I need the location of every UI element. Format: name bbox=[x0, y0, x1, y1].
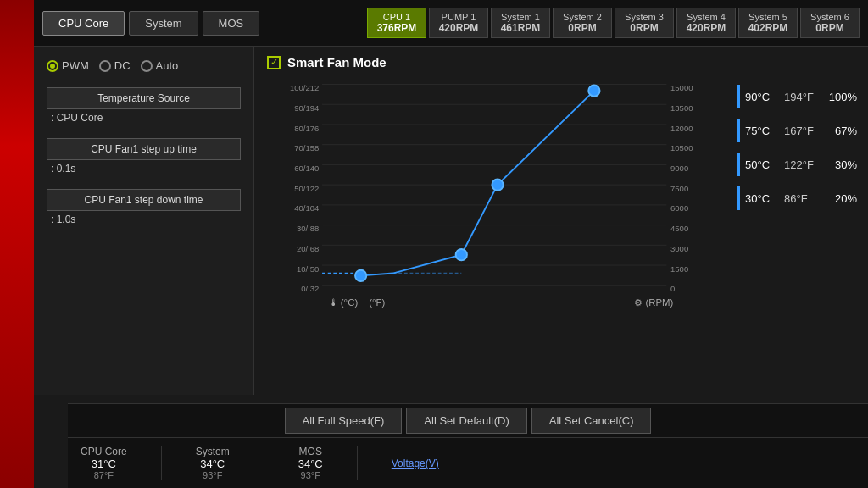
svg-text:10500: 10500 bbox=[670, 143, 693, 152]
content-area: PWM DC Auto Temperature Source : CPU Cor… bbox=[34, 47, 868, 395]
pwm-radio[interactable]: PWM bbox=[47, 59, 89, 72]
svg-text:(°F): (°F) bbox=[369, 297, 385, 308]
auto-radio[interactable]: Auto bbox=[141, 59, 179, 72]
svg-text:4500: 4500 bbox=[670, 224, 688, 233]
svg-text:6000: 6000 bbox=[670, 203, 688, 213]
svg-text:90/194: 90/194 bbox=[294, 103, 319, 113]
top-nav: CPU Core System MOS CPU 1 376RPM PUMP 1 … bbox=[34, 0, 868, 47]
step-down-group: CPU Fan1 step down time : 1.0s bbox=[47, 189, 241, 228]
status-mos: MOS 34°C 93°F bbox=[298, 446, 323, 480]
chart-point-2[interactable] bbox=[456, 249, 467, 260]
svg-text:0: 0 bbox=[670, 284, 675, 293]
chart-point-4[interactable] bbox=[588, 85, 599, 96]
svg-text:10/ 50: 10/ 50 bbox=[297, 264, 319, 274]
tab-system[interactable]: System bbox=[129, 11, 198, 36]
temp-source-value: : CPU Core bbox=[47, 109, 241, 126]
tab-cpu-core[interactable]: CPU Core bbox=[42, 11, 125, 36]
left-panel: PWM DC Auto Temperature Source : CPU Cor… bbox=[34, 47, 254, 395]
right-panel: ✓ Smart Fan Mode 100/212 90/194 80/176 7… bbox=[254, 47, 868, 395]
status-cpu-core: CPU Core 31°C 87°F bbox=[81, 446, 127, 480]
status-bar: CPU Core 31°C 87°F System 34°C 93°F MOS … bbox=[68, 437, 868, 488]
legend-bar-3 bbox=[737, 186, 740, 210]
svg-text:80/176: 80/176 bbox=[294, 124, 319, 133]
divider-2 bbox=[264, 446, 264, 480]
divider-1 bbox=[161, 446, 162, 480]
svg-text:50/122: 50/122 bbox=[294, 184, 319, 193]
smart-fan-title: Smart Fan Mode bbox=[287, 55, 387, 69]
divider-3 bbox=[357, 446, 358, 480]
voltage-link[interactable]: Voltage(V) bbox=[392, 458, 439, 469]
chart-legend: 90°C 194°F 100% 75°C 167°F 67% 50°C 122°… bbox=[737, 76, 855, 313]
svg-text:9000: 9000 bbox=[670, 164, 688, 173]
status-system: System 34°C 93°F bbox=[196, 446, 230, 480]
fan-system4[interactable]: System 4 420RPM bbox=[676, 8, 736, 38]
chart-point-3[interactable] bbox=[492, 179, 503, 190]
all-set-default-button[interactable]: All Set Default(D) bbox=[406, 408, 526, 434]
svg-text:15000: 15000 bbox=[670, 83, 693, 92]
legend-row-1: 75°C 167°F 67% bbox=[737, 119, 855, 142]
legend-bar-2 bbox=[737, 152, 740, 176]
svg-text:13500: 13500 bbox=[670, 103, 693, 113]
svg-text:🌡 (°C): 🌡 (°C) bbox=[329, 297, 359, 308]
smart-fan-checkbox[interactable]: ✓ bbox=[267, 56, 281, 69]
fan-system5[interactable]: System 5 402RPM bbox=[738, 8, 798, 38]
all-set-cancel-button[interactable]: All Set Cancel(C) bbox=[531, 408, 652, 434]
step-down-button[interactable]: CPU Fan1 step down time bbox=[47, 189, 241, 211]
svg-text:12000: 12000 bbox=[670, 124, 693, 133]
mode-row: PWM DC Auto bbox=[47, 59, 241, 72]
chart-area: 100/212 90/194 80/176 70/158 60/140 50/1… bbox=[267, 76, 728, 313]
step-up-button[interactable]: CPU Fan1 step up time bbox=[47, 138, 241, 160]
dc-radio[interactable]: DC bbox=[99, 59, 131, 72]
step-down-value: : 1.0s bbox=[47, 211, 241, 228]
svg-text:0/ 32: 0/ 32 bbox=[301, 284, 319, 293]
fan-system2[interactable]: System 2 0RPM bbox=[553, 8, 612, 38]
legend-row-3: 30°C 86°F 20% bbox=[737, 186, 855, 210]
fan-pump1[interactable]: PUMP 1 420RPM bbox=[429, 8, 488, 38]
step-up-group: CPU Fan1 step up time : 0.1s bbox=[47, 138, 241, 177]
legend-bar-1 bbox=[737, 119, 740, 142]
svg-text:30/ 88: 30/ 88 bbox=[297, 224, 319, 233]
svg-text:⚙ (RPM): ⚙ (RPM) bbox=[634, 297, 673, 308]
smart-fan-header: ✓ Smart Fan Mode bbox=[267, 55, 855, 69]
svg-text:7500: 7500 bbox=[670, 184, 688, 193]
all-full-speed-button[interactable]: All Full Speed(F) bbox=[285, 408, 403, 434]
fan-chart-svg[interactable]: 100/212 90/194 80/176 70/158 60/140 50/1… bbox=[267, 76, 728, 313]
tab-mos[interactable]: MOS bbox=[203, 11, 260, 36]
svg-text:3000: 3000 bbox=[670, 244, 688, 253]
dc-radio-circle bbox=[99, 60, 111, 72]
fan-system3[interactable]: System 3 0RPM bbox=[615, 8, 674, 38]
pwm-radio-circle bbox=[47, 60, 58, 72]
svg-text:60/140: 60/140 bbox=[294, 164, 319, 173]
svg-text:100/212: 100/212 bbox=[290, 83, 319, 92]
fan-system6[interactable]: System 6 0RPM bbox=[800, 8, 860, 38]
svg-text:1500: 1500 bbox=[670, 264, 688, 274]
chart-point-1[interactable] bbox=[355, 270, 366, 281]
bottom-buttons: All Full Speed(F) All Set Default(D) All… bbox=[68, 403, 868, 437]
fan-cpu1[interactable]: CPU 1 376RPM bbox=[367, 8, 426, 38]
svg-text:70/158: 70/158 bbox=[294, 143, 319, 152]
fan-speeds-container: CPU 1 376RPM PUMP 1 420RPM System 1 461R… bbox=[367, 8, 860, 38]
temp-source-group: Temperature Source : CPU Core bbox=[47, 87, 241, 126]
legend-row-2: 50°C 122°F 30% bbox=[737, 152, 855, 176]
temp-source-button[interactable]: Temperature Source bbox=[47, 87, 241, 109]
legend-bar-0 bbox=[737, 85, 740, 108]
legend-row-0: 90°C 194°F 100% bbox=[737, 85, 855, 108]
main-content: CPU Core System MOS CPU 1 376RPM PUMP 1 … bbox=[34, 0, 868, 488]
left-accent-bar bbox=[0, 0, 34, 488]
auto-radio-circle bbox=[141, 60, 153, 72]
chart-wrapper: 100/212 90/194 80/176 70/158 60/140 50/1… bbox=[267, 76, 855, 313]
svg-text:40/104: 40/104 bbox=[294, 203, 319, 213]
svg-text:20/ 68: 20/ 68 bbox=[297, 244, 319, 253]
step-up-value: : 0.1s bbox=[47, 160, 241, 177]
fan-system1[interactable]: System 1 461RPM bbox=[491, 8, 550, 38]
